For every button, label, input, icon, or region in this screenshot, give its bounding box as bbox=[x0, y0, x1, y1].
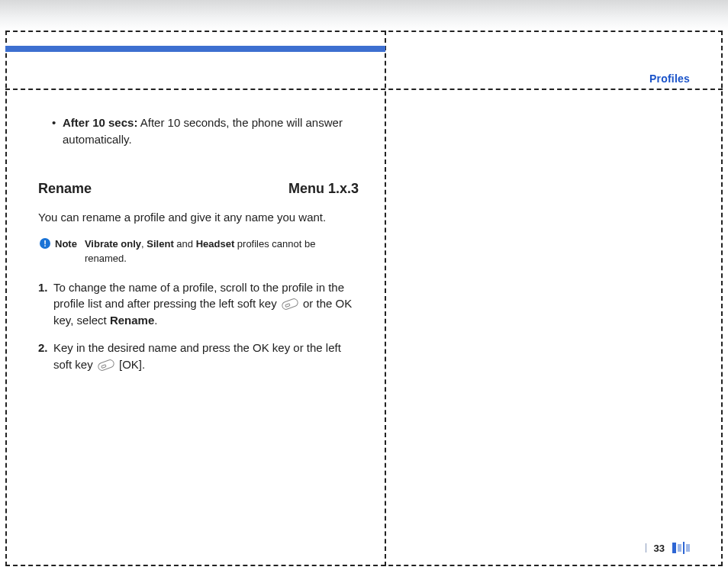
bar-icon bbox=[686, 544, 690, 552]
note-bold-2: Silent bbox=[147, 238, 173, 250]
heading-menu: Menu 1.x.3 bbox=[288, 179, 359, 198]
note-bold-3: Headset bbox=[196, 238, 235, 250]
footer-bars-icon bbox=[672, 542, 690, 554]
intro-paragraph: You can rename a profile and give it any… bbox=[38, 209, 359, 226]
bullet-body: After 10 secs: After 10 seconds, the pho… bbox=[63, 114, 359, 148]
step-1-number: 1. bbox=[38, 279, 53, 329]
step-1-bold: Rename bbox=[110, 314, 154, 327]
bleed-right bbox=[721, 31, 723, 566]
bleed-left bbox=[5, 31, 7, 566]
section-label: Profiles bbox=[649, 72, 690, 85]
step-2: 2. Key in the desired name and press the… bbox=[38, 340, 359, 373]
step-1-post: . bbox=[154, 314, 157, 327]
header-dashed-rule bbox=[5, 89, 723, 90]
note-body: Vibrate only, Silent and Headset profile… bbox=[85, 237, 359, 265]
bar-icon bbox=[683, 542, 685, 554]
step-1: 1. To change the name of a profile, scro… bbox=[38, 279, 359, 329]
heading-row: Rename Menu 1.x.3 bbox=[38, 179, 359, 198]
bar-icon bbox=[672, 543, 676, 553]
heading-title: Rename bbox=[38, 179, 92, 198]
header-blue-bar bbox=[5, 46, 385, 52]
step-1-body: To change the name of a profile, scroll … bbox=[53, 279, 359, 329]
top-gradient bbox=[0, 0, 728, 31]
step-2-number: 2. bbox=[38, 340, 53, 373]
note-text-2: and bbox=[174, 238, 196, 250]
footer-separator bbox=[646, 543, 646, 552]
softkey-icon bbox=[281, 298, 299, 311]
spine-guide bbox=[385, 31, 386, 566]
bullet-dot: • bbox=[52, 114, 63, 148]
note-block: ! Note Vibrate only, Silent and Headset … bbox=[38, 237, 359, 265]
info-icon: ! bbox=[40, 238, 50, 249]
footer: 33 bbox=[646, 542, 690, 554]
page-number: 33 bbox=[654, 543, 665, 554]
bullet-label: After 10 secs: bbox=[63, 116, 137, 129]
content-column: • After 10 secs: After 10 seconds, the p… bbox=[38, 114, 359, 383]
step-2-body: Key in the desired name and press the OK… bbox=[53, 340, 359, 373]
step-2-pre: Key in the desired name and press the OK… bbox=[53, 341, 341, 371]
note-label: Note bbox=[55, 237, 77, 265]
bullet-item: • After 10 secs: After 10 seconds, the p… bbox=[38, 114, 359, 148]
softkey-icon bbox=[97, 358, 115, 372]
bar-icon bbox=[678, 544, 681, 552]
note-bold-1: Vibrate only bbox=[85, 238, 141, 250]
step-2-post: [OK]. bbox=[116, 358, 145, 371]
